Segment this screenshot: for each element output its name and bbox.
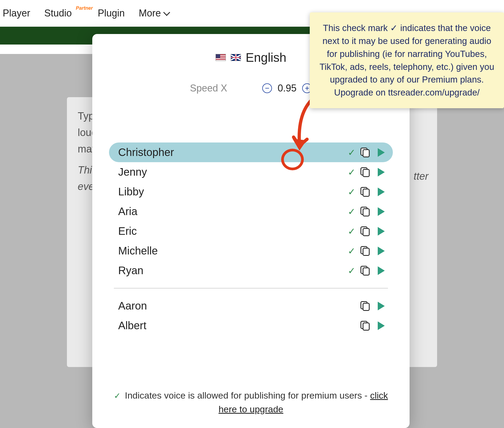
voice-row[interactable]: Albert <box>109 316 393 335</box>
voice-icons: ✓ <box>348 226 385 237</box>
nav-studio[interactable]: Studio Partner <box>44 8 72 19</box>
annotation-tooltip: This check mark ✓ indicates that the voi… <box>310 12 504 108</box>
copy-icon[interactable] <box>362 322 369 330</box>
language-label: English <box>246 50 287 65</box>
voice-icons: ✓ <box>348 186 385 197</box>
voice-icons: ✓ <box>348 206 385 217</box>
play-icon[interactable] <box>378 188 385 196</box>
play-icon[interactable] <box>378 227 385 236</box>
check-icon: ✓ <box>348 265 356 276</box>
play-icon[interactable] <box>378 247 385 255</box>
voice-name: Aria <box>118 205 348 218</box>
voice-row[interactable]: Jenny✓ <box>109 162 393 182</box>
voice-row[interactable]: Michelle✓ <box>109 241 393 261</box>
check-icon: ✓ <box>348 226 356 237</box>
footer-text: Indicates voice is allowed for publishin… <box>125 390 370 400</box>
voice-divider <box>114 288 388 288</box>
check-icon: ✓ <box>348 246 356 256</box>
voice-row[interactable]: Eric✓ <box>109 221 393 241</box>
check-icon: ✓ <box>348 167 356 178</box>
voice-name: Ryan <box>118 264 348 277</box>
speed-label: Speed X <box>190 83 227 94</box>
bg-text-right: tter <box>414 171 428 182</box>
play-icon[interactable] <box>378 168 385 176</box>
voice-name: Aaron <box>118 300 348 312</box>
voice-icons: ✓ <box>348 246 385 256</box>
copy-icon[interactable] <box>362 149 369 156</box>
voice-icons <box>348 302 385 310</box>
voice-list: Christopher✓Jenny✓Libby✓Aria✓Eric✓Michel… <box>109 142 393 335</box>
voice-row[interactable]: Aaron <box>109 296 393 316</box>
check-icon: ✓ <box>348 147 356 158</box>
speed-value: 0.95 <box>277 83 297 94</box>
voice-row[interactable]: Christopher✓ <box>109 142 393 162</box>
copy-icon[interactable] <box>362 267 369 274</box>
copy-icon[interactable] <box>362 227 369 235</box>
voice-icons: ✓ <box>348 265 385 276</box>
copy-icon[interactable] <box>362 247 369 255</box>
nav-more[interactable]: More <box>139 8 168 19</box>
voice-name: Albert <box>118 320 348 332</box>
voice-name: Christopher <box>118 146 348 158</box>
annotation-text: This check mark ✓ indicates that the voi… <box>319 23 494 97</box>
nav-studio-label: Studio <box>44 8 72 19</box>
copy-icon[interactable] <box>362 168 369 176</box>
footer-note: ✓ Indicates voice is allowed for publish… <box>106 389 396 417</box>
voice-name: Eric <box>118 225 348 237</box>
check-icon: ✓ <box>348 186 356 197</box>
copy-icon[interactable] <box>362 208 369 215</box>
nav-player[interactable]: Player <box>3 8 30 19</box>
voice-name: Michelle <box>118 245 348 257</box>
copy-icon[interactable] <box>362 188 369 196</box>
voice-row[interactable]: Aria✓ <box>109 202 393 221</box>
partner-badge: Partner <box>76 5 93 11</box>
voice-icons <box>348 321 385 330</box>
nav-plugin[interactable]: Plugin <box>98 8 125 19</box>
voice-row[interactable]: Ryan✓ <box>109 261 393 280</box>
check-icon: ✓ <box>114 391 121 400</box>
voice-name: Libby <box>118 186 348 198</box>
check-icon: ✓ <box>348 206 356 217</box>
play-icon[interactable] <box>378 302 385 310</box>
voice-icons: ✓ <box>348 167 385 178</box>
voice-row[interactable]: Libby✓ <box>109 182 393 202</box>
flag-uk-icon <box>231 54 241 61</box>
flag-us-icon <box>216 54 226 61</box>
play-icon[interactable] <box>378 321 385 330</box>
play-icon[interactable] <box>378 207 385 216</box>
voice-icons: ✓ <box>348 147 385 158</box>
play-icon[interactable] <box>378 266 385 275</box>
chevron-down-icon <box>163 9 170 16</box>
nav-more-label: More <box>139 8 161 19</box>
play-icon[interactable] <box>378 148 385 157</box>
speed-decrease-button[interactable]: − <box>262 83 272 93</box>
voice-name: Jenny <box>118 166 348 178</box>
copy-icon[interactable] <box>362 302 369 310</box>
